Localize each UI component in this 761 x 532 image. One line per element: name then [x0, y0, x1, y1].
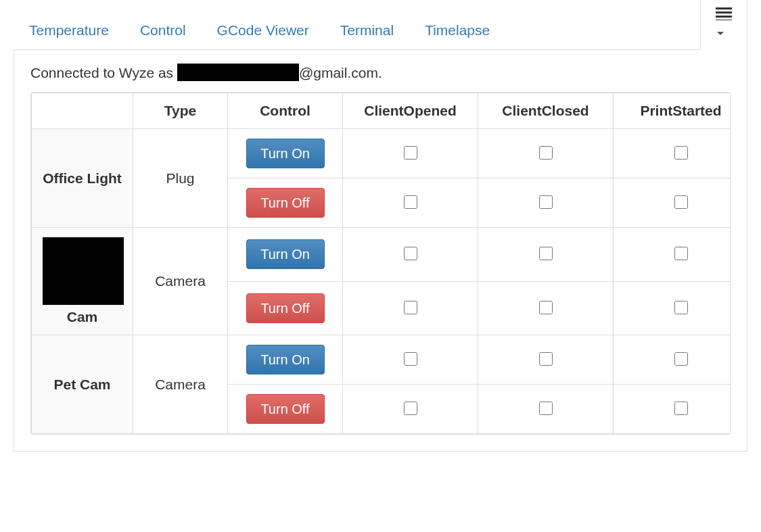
- event-checkbox-client_opened[interactable]: [404, 247, 417, 260]
- col-header-name: [32, 93, 133, 129]
- event-cell: [343, 335, 478, 385]
- menu-icon: [716, 7, 732, 20]
- event-cell: [478, 178, 614, 228]
- control-cell: Turn Off: [228, 385, 343, 434]
- col-header-printstarted: PrintStarted: [614, 93, 731, 129]
- tab-menu-dropdown[interactable]: [700, 0, 747, 50]
- event-checkbox-client_closed[interactable]: [539, 195, 553, 209]
- status-email-suffix: @gmail.com.: [299, 65, 382, 80]
- event-cell: [478, 228, 614, 282]
- main-tabs: Temperature Control GCode Viewer Termina…: [14, 0, 747, 50]
- caret-down-icon: [717, 32, 724, 35]
- turn-off-button[interactable]: Turn Off: [246, 394, 325, 424]
- device-table: Type Control ClientOpened ClientClosed P…: [31, 93, 731, 434]
- device-row: Pet CamCameraTurn On: [32, 335, 731, 385]
- device-name-cell: Cam: [32, 228, 133, 335]
- col-header-type: Type: [133, 93, 228, 129]
- device-table-scroll[interactable]: Type Control ClientOpened ClientClosed P…: [30, 92, 731, 435]
- event-checkbox-client_opened[interactable]: [404, 146, 417, 160]
- turn-on-button[interactable]: Turn On: [246, 239, 325, 269]
- device-name-label: Office Light: [43, 170, 122, 186]
- svg-rect-2: [716, 16, 732, 18]
- event-checkbox-print_started[interactable]: [674, 195, 688, 209]
- redacted-device-name: [43, 237, 124, 305]
- event-cell: [614, 335, 731, 385]
- status-prefix: Connected to Wyze as: [30, 65, 177, 80]
- event-cell: [614, 228, 731, 282]
- event-cell: [614, 281, 731, 335]
- event-checkbox-client_opened[interactable]: [404, 301, 417, 314]
- device-row: Office LightPlugTurn On: [32, 129, 731, 178]
- event-checkbox-client_closed[interactable]: [539, 146, 553, 160]
- event-checkbox-client_opened[interactable]: [404, 195, 417, 209]
- device-type-cell: Camera: [133, 335, 228, 434]
- event-cell: [343, 281, 478, 335]
- event-cell: [343, 385, 478, 434]
- event-cell: [343, 228, 478, 282]
- svg-rect-1: [716, 11, 732, 14]
- event-cell: [478, 385, 614, 434]
- event-cell: [614, 385, 731, 434]
- device-type-cell: Camera: [133, 228, 228, 335]
- device-name-label: Pet Cam: [53, 377, 110, 392]
- device-type-cell: Plug: [133, 129, 228, 228]
- tab-temperature[interactable]: Temperature: [14, 10, 124, 50]
- device-name-label: Cam: [67, 309, 98, 324]
- event-checkbox-print_started[interactable]: [674, 301, 688, 314]
- tab-gcode-viewer[interactable]: GCode Viewer: [202, 10, 325, 50]
- turn-off-button[interactable]: Turn Off: [246, 188, 325, 218]
- event-cell: [614, 129, 731, 178]
- event-checkbox-print_started[interactable]: [674, 402, 688, 415]
- event-checkbox-client_closed[interactable]: [539, 247, 553, 260]
- tab-control[interactable]: Control: [124, 10, 202, 50]
- device-row: CamCameraTurn On: [32, 228, 731, 282]
- turn-off-button[interactable]: Turn Off: [246, 293, 325, 323]
- device-name-cell: Office Light: [32, 129, 133, 228]
- event-checkbox-print_started[interactable]: [674, 146, 688, 160]
- col-header-control: Control: [228, 93, 343, 129]
- event-checkbox-client_opened[interactable]: [404, 402, 417, 415]
- device-name-cell: Pet Cam: [32, 335, 133, 434]
- tab-timelapse[interactable]: Timelapse: [409, 10, 505, 50]
- event-cell: [478, 335, 614, 385]
- control-cell: Turn Off: [228, 178, 343, 228]
- turn-on-button[interactable]: Turn On: [246, 139, 325, 168]
- event-checkbox-client_closed[interactable]: [539, 352, 553, 366]
- plugin-panel: Connected to Wyze as @gmail.com. Type Co…: [14, 50, 747, 452]
- event-checkbox-client_closed[interactable]: [539, 402, 553, 415]
- redacted-username: [177, 64, 299, 81]
- col-header-clientopened: ClientOpened: [343, 93, 478, 129]
- control-cell: Turn On: [228, 129, 343, 178]
- connection-status: Connected to Wyze as @gmail.com.: [30, 64, 731, 81]
- turn-on-button[interactable]: Turn On: [246, 345, 325, 374]
- control-cell: Turn Off: [228, 281, 343, 335]
- tab-terminal[interactable]: Terminal: [325, 10, 409, 50]
- event-cell: [478, 281, 614, 335]
- event-cell: [478, 129, 614, 178]
- event-cell: [343, 129, 478, 178]
- event-checkbox-print_started[interactable]: [674, 352, 688, 366]
- col-header-clientclosed: ClientClosed: [478, 93, 614, 129]
- table-header-row: Type Control ClientOpened ClientClosed P…: [32, 93, 731, 129]
- control-cell: Turn On: [228, 228, 343, 282]
- event-checkbox-client_opened[interactable]: [404, 352, 417, 366]
- event-checkbox-client_closed[interactable]: [539, 301, 553, 314]
- svg-rect-3: [716, 20, 732, 20]
- event-checkbox-print_started[interactable]: [674, 247, 688, 260]
- svg-rect-0: [716, 7, 732, 9]
- event-cell: [343, 178, 478, 228]
- event-cell: [614, 178, 731, 228]
- control-cell: Turn On: [228, 335, 343, 385]
